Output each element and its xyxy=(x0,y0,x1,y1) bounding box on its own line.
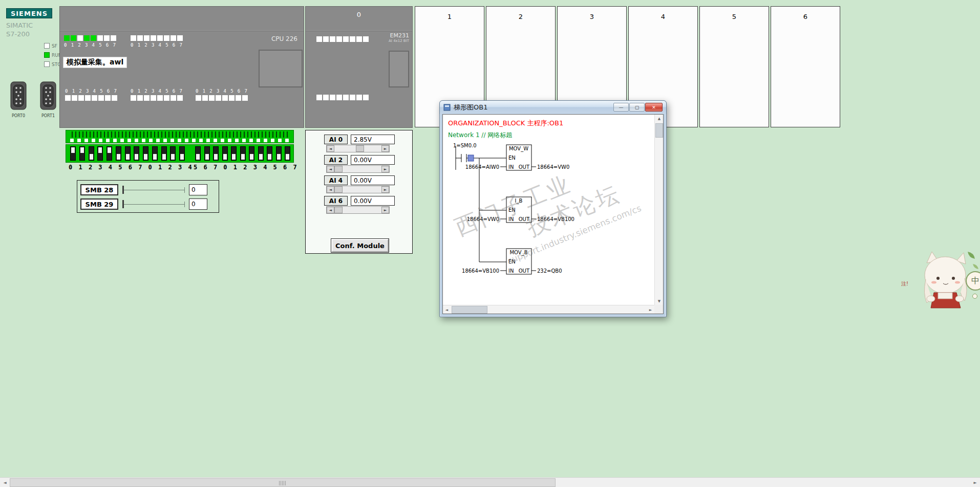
ai2-value: 0.00V xyxy=(351,155,395,165)
input-toggle-switch[interactable] xyxy=(143,146,148,161)
scrollbar-thumb[interactable] xyxy=(356,145,364,152)
input-toggle-switch[interactable] xyxy=(116,146,121,161)
ai4-slider[interactable]: ◄ ► xyxy=(326,186,390,193)
scroll-right-arrow[interactable]: ► xyxy=(647,306,654,314)
io-led-off xyxy=(111,35,116,41)
input-toggle-switch[interactable] xyxy=(213,146,219,161)
scroll-up-arrow[interactable]: ▲ xyxy=(655,115,663,122)
switch-handle[interactable] xyxy=(162,154,166,160)
input-toggle-switch[interactable] xyxy=(179,146,185,161)
switch-handle[interactable] xyxy=(180,154,184,160)
scroll-left-arrow[interactable]: ◄ xyxy=(0,478,10,487)
switch-handle[interactable] xyxy=(268,154,271,160)
scrollbar-thumb[interactable] xyxy=(10,478,556,487)
window-titlebar[interactable]: 梯形图OB1 — ▢ ✕ xyxy=(440,101,666,114)
smb29-slider[interactable] xyxy=(122,198,185,210)
input-toggle-switch[interactable] xyxy=(170,146,176,161)
input-toggle-switch[interactable] xyxy=(125,146,131,161)
switch-handle[interactable] xyxy=(241,154,245,160)
input-toggle-switch[interactable] xyxy=(97,146,103,161)
input-toggle-switch[interactable] xyxy=(106,146,112,161)
scrollbar-thumb[interactable] xyxy=(655,123,663,138)
contact-sm0-0[interactable]: 1=SM0.0 xyxy=(453,143,506,162)
input-toggle-switch[interactable] xyxy=(249,146,254,161)
ai2-slider[interactable]: ◄ ► xyxy=(326,165,390,173)
page-horizontal-scrollbar[interactable]: ◄ ► xyxy=(0,477,980,487)
scrollbar-thumb[interactable] xyxy=(452,306,487,314)
maximize-button[interactable]: ▢ xyxy=(629,103,645,112)
scroll-left-arrow[interactable]: ◄ xyxy=(327,207,334,213)
slider-handle[interactable] xyxy=(122,200,124,208)
input-toggle-switch[interactable] xyxy=(204,146,210,161)
scroll-left-arrow[interactable]: ◄ xyxy=(327,145,334,152)
input-toggle-switch[interactable] xyxy=(134,146,139,161)
close-button[interactable]: ✕ xyxy=(645,103,663,112)
switch-handle[interactable] xyxy=(196,154,200,160)
switch-handle[interactable] xyxy=(205,154,209,160)
switch-handle[interactable] xyxy=(286,154,289,160)
switch-handle[interactable] xyxy=(117,154,120,160)
window-horizontal-scrollbar[interactable]: ◄ ► xyxy=(443,305,654,314)
input-toggle-switch[interactable] xyxy=(161,146,167,161)
scrollbar-thumb[interactable] xyxy=(334,166,343,172)
input-toggle-switch[interactable] xyxy=(285,146,290,161)
input-toggle-switch[interactable] xyxy=(222,146,228,161)
switch-handle[interactable] xyxy=(71,147,75,153)
ai0-slider[interactable]: ◄ ► xyxy=(326,145,390,152)
window-vertical-scrollbar[interactable]: ▲ ▼ xyxy=(654,115,663,305)
slider-track[interactable] xyxy=(122,204,185,205)
switch-handle[interactable] xyxy=(144,154,147,160)
scrollbar-thumb[interactable] xyxy=(334,186,343,193)
switch-handle[interactable] xyxy=(126,154,130,160)
switch-handle[interactable] xyxy=(214,154,218,160)
switch-handle[interactable] xyxy=(108,147,111,153)
input-toggle-switch[interactable] xyxy=(89,146,94,161)
input-toggle-switch[interactable] xyxy=(231,146,237,161)
scrollbar-thumb[interactable] xyxy=(334,207,343,213)
switch-handle[interactable] xyxy=(171,154,175,160)
io-led-on xyxy=(64,35,70,41)
input-toggle-switch[interactable] xyxy=(240,146,246,161)
input-toggle-switch[interactable] xyxy=(267,146,272,161)
block-mov-b[interactable]: MOV_B EN IN OUT 18664=VB100 232=QB0 xyxy=(462,249,562,274)
scroll-down-arrow[interactable]: ▼ xyxy=(655,297,663,305)
switch-handle[interactable] xyxy=(259,154,263,160)
scroll-right-arrow[interactable]: ► xyxy=(381,166,389,172)
slider-handle[interactable] xyxy=(122,186,124,194)
switch-handle[interactable] xyxy=(277,154,281,160)
input-toggle-switch[interactable] xyxy=(195,146,201,161)
input-toggle-switch[interactable] xyxy=(152,146,158,161)
block-mov-w[interactable]: MOV_W EN IN OUT 18664=AIW0 18664=VW0 xyxy=(465,145,570,170)
switch-handle[interactable] xyxy=(98,147,102,153)
input-toggle-switch[interactable] xyxy=(258,146,264,161)
switch-handle[interactable] xyxy=(90,154,93,160)
switch-handle[interactable] xyxy=(250,154,253,160)
switch-handle[interactable] xyxy=(223,154,227,160)
scroll-left-arrow[interactable]: ◄ xyxy=(443,306,451,314)
scroll-right-arrow[interactable]: ► xyxy=(970,478,980,487)
block-i-b[interactable]: I_B EN IN OUT 18664=VW0 18664=VB100 xyxy=(467,197,574,223)
input-toggle-switch[interactable] xyxy=(79,146,85,161)
plc-housing-seam xyxy=(60,30,304,31)
terminal-ticks xyxy=(69,131,290,138)
switch-handle[interactable] xyxy=(232,154,236,160)
scroll-right-arrow[interactable]: ► xyxy=(381,207,389,213)
switch-handle[interactable] xyxy=(153,154,157,160)
minimize-button[interactable]: — xyxy=(613,103,629,112)
ai6-slider[interactable]: ◄ ► xyxy=(326,206,390,214)
scroll-right-arrow[interactable]: ► xyxy=(381,186,389,193)
scroll-right-arrow[interactable]: ► xyxy=(381,145,389,152)
scroll-left-arrow[interactable]: ◄ xyxy=(327,186,334,193)
slider-track[interactable] xyxy=(122,190,185,190)
input-toggle-switch[interactable] xyxy=(276,146,282,161)
smb28-slider[interactable] xyxy=(122,184,185,195)
switch-handle[interactable] xyxy=(80,147,84,153)
switch-handle[interactable] xyxy=(135,154,138,160)
pin-out: OUT xyxy=(519,268,530,274)
configure-module-button[interactable]: Conf. Module xyxy=(331,239,389,252)
expansion-slot-5[interactable]: 5 xyxy=(699,6,769,127)
expansion-slot-6[interactable]: 6 xyxy=(771,6,840,127)
io-led-off xyxy=(177,35,183,41)
input-toggle-switch[interactable] xyxy=(70,146,76,161)
scroll-left-arrow[interactable]: ◄ xyxy=(327,166,334,172)
